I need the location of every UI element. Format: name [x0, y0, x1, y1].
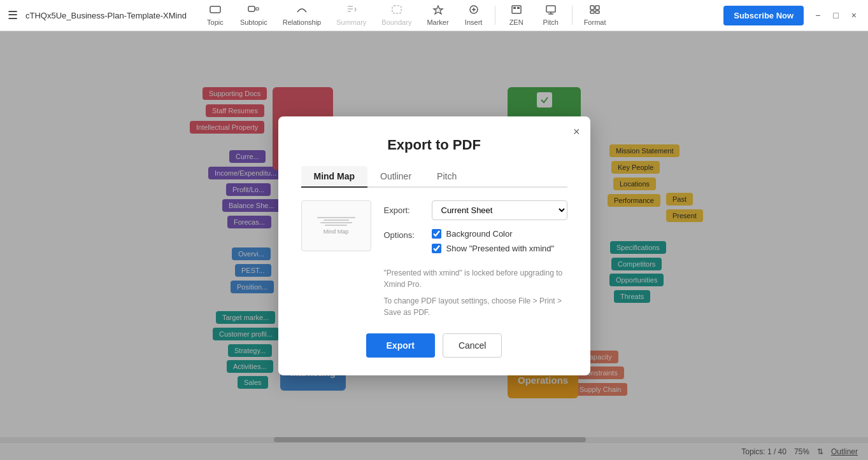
preview-line-3: [320, 222, 352, 223]
cancel-button[interactable]: Cancel: [443, 333, 502, 358]
export-dialog: × Export to PDF Mind Map Outliner Pitch: [278, 116, 590, 375]
checkbox-bg-label: Background Color: [446, 229, 513, 239]
minimize-button[interactable]: −: [811, 9, 824, 22]
close-button[interactable]: ×: [848, 9, 860, 22]
toolbar-summary[interactable]: Summary: [330, 2, 373, 29]
svg-rect-1: [248, 6, 255, 11]
preview-line-2: [324, 220, 349, 221]
toolbar-zen[interactable]: ZEN: [501, 2, 532, 29]
svg-rect-8: [512, 6, 521, 13]
svg-rect-9: [513, 7, 516, 9]
format-icon: [589, 4, 601, 17]
dialog-body: Mind Map Export: Current Sheet All Sheet…: [301, 200, 567, 318]
svg-rect-3: [392, 6, 401, 13]
subtopic-icon: [248, 4, 259, 17]
checkbox-presented[interactable]: [432, 244, 441, 253]
checkbox-background-color[interactable]: [432, 229, 441, 239]
toolbar: Topic Subtopic Relationship Summary: [199, 2, 723, 29]
svg-rect-15: [595, 6, 599, 10]
title-bar: ☰ cTHQx5Ue_Business-Plan-Template-XMind …: [0, 0, 868, 31]
dialog-title: Export to PDF: [301, 137, 567, 153]
maximize-button[interactable]: □: [829, 9, 842, 22]
preview-inner: Mind Map: [317, 217, 355, 235]
info-text-1: "Presented with xmind" is locked before …: [384, 267, 567, 290]
svg-marker-4: [434, 6, 443, 14]
boundary-icon: [391, 4, 402, 17]
relationship-icon: [296, 4, 308, 17]
preview-line-1: [317, 217, 355, 218]
summary-icon: [346, 4, 357, 17]
dialog-close-button[interactable]: ×: [573, 125, 580, 139]
options-checkboxes: Background Color Show "Presented with xm…: [432, 229, 555, 258]
preview-box: Mind Map: [301, 200, 371, 251]
tab-mindmap[interactable]: Mind Map: [301, 166, 368, 188]
export-button[interactable]: Export: [366, 333, 435, 358]
insert-icon: [468, 4, 480, 17]
options-label: Options:: [384, 229, 425, 240]
menu-icon[interactable]: ☰: [8, 8, 18, 22]
svg-rect-16: [590, 11, 594, 13]
canvas: Supporting Docs Staff Resumes Intellectu…: [0, 31, 868, 460]
dialog-footer: Export Cancel: [301, 333, 567, 358]
svg-rect-0: [210, 6, 220, 13]
info-text-2: To change PDF layout settings, choose Fi…: [384, 295, 567, 318]
toolbar-subtopic[interactable]: Subtopic: [234, 2, 274, 29]
checkbox-presented-label: Show "Presented with xmind": [446, 244, 555, 253]
preview-label: Mind Map: [317, 228, 355, 235]
tab-pitch[interactable]: Pitch: [424, 166, 469, 188]
toolbar-format[interactable]: Format: [578, 2, 613, 29]
toolbar-marker[interactable]: Marker: [420, 2, 455, 29]
subscribe-button[interactable]: Subscribe Now: [723, 6, 804, 25]
file-title: cTHQx5Ue_Business-Plan-Template-XMind: [25, 11, 187, 20]
export-label: Export:: [384, 206, 425, 215]
checkbox-presented-row: Show "Presented with xmind": [432, 244, 555, 253]
form-area: Export: Current Sheet All Sheets Options…: [384, 200, 567, 318]
tab-outliner[interactable]: Outliner: [367, 166, 424, 188]
toolbar-pitch[interactable]: Pitch: [535, 2, 567, 29]
topic-icon: [210, 4, 221, 17]
export-row: Export: Current Sheet All Sheets: [384, 200, 567, 220]
svg-rect-2: [256, 8, 259, 10]
pitch-icon: [545, 4, 557, 17]
zen-icon: [511, 4, 522, 17]
toolbar-topic[interactable]: Topic: [199, 2, 231, 29]
toolbar-relationship[interactable]: Relationship: [276, 2, 328, 29]
toolbar-separator-2: [572, 6, 573, 25]
svg-rect-17: [595, 11, 599, 13]
svg-rect-10: [517, 7, 520, 9]
window-controls: − □ ×: [811, 9, 860, 22]
toolbar-insert[interactable]: Insert: [458, 2, 490, 29]
dialog-tabs: Mind Map Outliner Pitch: [301, 166, 567, 188]
toolbar-boundary[interactable]: Boundary: [375, 2, 418, 29]
dialog-overlay: × Export to PDF Mind Map Outliner Pitch: [0, 31, 868, 460]
preview-lines: [317, 217, 355, 226]
export-select[interactable]: Current Sheet All Sheets: [432, 200, 567, 220]
marker-icon: [432, 4, 444, 17]
checkbox-bg-row: Background Color: [432, 229, 555, 239]
toolbar-separator-1: [495, 6, 495, 25]
options-row: Options: Background Color Show "Presente…: [384, 229, 567, 258]
preview-line-4: [325, 225, 347, 226]
svg-rect-14: [590, 6, 594, 10]
svg-rect-11: [546, 6, 555, 12]
